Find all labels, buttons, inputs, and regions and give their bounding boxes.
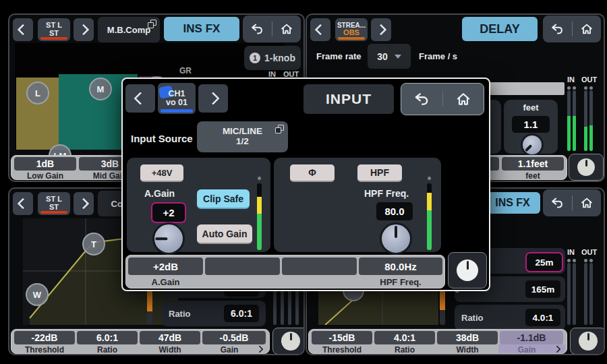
knob-assign-button[interactable] (569, 154, 604, 181)
divider (572, 195, 573, 210)
channel-select-button[interactable]: ST L ST (38, 18, 70, 41)
knob-icon (579, 332, 598, 351)
library-button[interactable]: M.B.Comp (98, 17, 160, 42)
ratio-row[interactable]: Ratio 6.0:1 (162, 301, 266, 326)
next-channel-button[interactable] (371, 18, 391, 41)
next-channel-button[interactable] (74, 192, 94, 215)
page-tab-label: INS FX (495, 197, 530, 209)
footer-cell-empty[interactable] (205, 257, 280, 275)
meter-peak-dot (573, 86, 576, 90)
clip-safe-button[interactable]: Clip Safe (197, 189, 250, 209)
footer-label: Ratio (77, 345, 138, 355)
prev-channel-button[interactable] (125, 84, 155, 113)
chevron-right-icon (78, 198, 90, 210)
next-channel-button[interactable] (74, 18, 94, 41)
channel-select-button[interactable]: CH1 vo 01 (158, 83, 196, 114)
band-handle-l[interactable]: L (26, 82, 49, 104)
footer-value: +2dB (153, 261, 178, 272)
footer-cell-gain-selected[interactable]: -1.1dB (500, 331, 563, 344)
more-params-chevron[interactable] (256, 345, 263, 353)
feet-knob[interactable] (521, 133, 544, 156)
ratio-value-box[interactable]: 6.0:1 (224, 305, 259, 322)
attack-value-box[interactable]: 25m (525, 252, 563, 272)
nav-panel (543, 16, 601, 42)
back-button[interactable] (546, 191, 569, 214)
footer-cell-feet[interactable]: 1.1feet (502, 157, 564, 171)
again-knob[interactable] (152, 222, 185, 255)
home-button[interactable] (275, 18, 298, 40)
one-knob-button[interactable]: 1 1-knob (244, 46, 301, 70)
source-name: MIC/LINE (223, 127, 262, 137)
footer-cell-lowgain[interactable]: 1dB (14, 157, 76, 171)
channel-color-bar (338, 37, 365, 40)
chevron-right-icon (78, 24, 90, 36)
footer-cell-ratio[interactable]: 6.0:1 (77, 331, 138, 344)
hpf-freq-knob[interactable] (380, 222, 412, 255)
knob-assign-button[interactable] (570, 328, 605, 355)
in-meter-l (567, 263, 571, 325)
footer-cell-ratio[interactable]: 4.0:1 (374, 331, 435, 344)
hpf-button[interactable]: HPF (357, 164, 402, 182)
home-button[interactable] (575, 18, 598, 40)
footer-value: 38dB (456, 332, 479, 343)
band-handle-m[interactable]: M (89, 78, 112, 100)
prev-channel-button[interactable] (310, 18, 330, 41)
footer-value: 3dB (101, 158, 119, 169)
home-button[interactable] (575, 191, 598, 214)
back-button[interactable] (546, 18, 569, 40)
page-tab-delay[interactable]: DELAY (462, 17, 538, 41)
knob-assign-button[interactable] (272, 328, 305, 355)
input-source-label: Input Source (131, 133, 193, 144)
phase-button[interactable]: Φ (290, 164, 335, 182)
footer-value: -0.5dB (220, 332, 249, 343)
in-meter-l (273, 290, 277, 325)
threshold-handle[interactable]: T (82, 233, 105, 255)
footer-cell-threshold[interactable]: -22dB (14, 331, 75, 344)
hpf-level-meter (427, 183, 432, 250)
ratio-row[interactable]: Ratio 4.0:1 (455, 305, 565, 330)
knob-assign-button[interactable] (448, 252, 487, 289)
footer-label: Threshold (312, 345, 372, 355)
page-tab-label: INS FX (183, 22, 221, 36)
channel-select-button[interactable]: ST L ST (38, 192, 70, 215)
footer-cell-width[interactable]: 38dB (437, 331, 498, 344)
prev-channel-button[interactable] (13, 192, 33, 215)
again-value-box[interactable]: +2 (151, 202, 186, 223)
footer-cell-width[interactable]: 47dB (140, 331, 200, 344)
ratio-value-box[interactable]: 4.0:1 (525, 309, 560, 326)
dropdown-arrow-icon (395, 55, 401, 59)
input-source-button[interactable]: MIC/LINE 1/2 (197, 121, 288, 152)
out-meter-r (589, 90, 593, 151)
footer-value: -22dB (32, 332, 58, 343)
back-button[interactable] (410, 88, 433, 111)
footer-cell-gain[interactable]: -0.5dB (202, 331, 266, 344)
page-tab-insfx[interactable]: INS FX (164, 17, 239, 41)
feet-label: feet (504, 102, 558, 113)
frame-rate-dropdown[interactable]: 30 (368, 44, 411, 69)
back-button[interactable] (245, 18, 268, 40)
param-footer-bar: +2dB 80.0Hz A.Gain HPF Freq. (125, 255, 445, 289)
width-handle[interactable]: W (26, 283, 49, 306)
next-channel-button[interactable] (198, 84, 228, 113)
footer-label: A.Gain (128, 277, 203, 287)
home-button[interactable] (452, 88, 475, 111)
footer-cell-threshold[interactable]: -15dB (312, 331, 372, 344)
gr-meter (440, 290, 445, 325)
prev-channel-button[interactable] (13, 18, 33, 41)
one-badge-icon: 1 (250, 53, 260, 63)
band-handle-label: M (97, 84, 105, 94)
footer-cell-empty[interactable] (282, 257, 357, 275)
feet-value-box[interactable]: 1.1 (512, 116, 550, 133)
footer-value: 6.0:1 (96, 332, 118, 343)
handle-label: T (91, 239, 96, 249)
channel-name: CH1 (168, 90, 185, 99)
phantom-button[interactable]: +48V (140, 164, 183, 182)
auto-gain-button[interactable]: Auto Gain (197, 224, 252, 244)
footer-cell-hpf[interactable]: 80.0Hz (359, 257, 442, 275)
release-value-box[interactable]: 165m (525, 280, 560, 298)
footer-value: 47dB (158, 332, 181, 343)
hpf-freq-value-box[interactable]: 80.0 (376, 202, 413, 220)
footer-cell-again[interactable]: +2dB (128, 257, 203, 275)
page-tab-insfx[interactable]: INS FX (485, 192, 540, 214)
channel-select-button[interactable]: STREA... OBS (335, 18, 368, 41)
